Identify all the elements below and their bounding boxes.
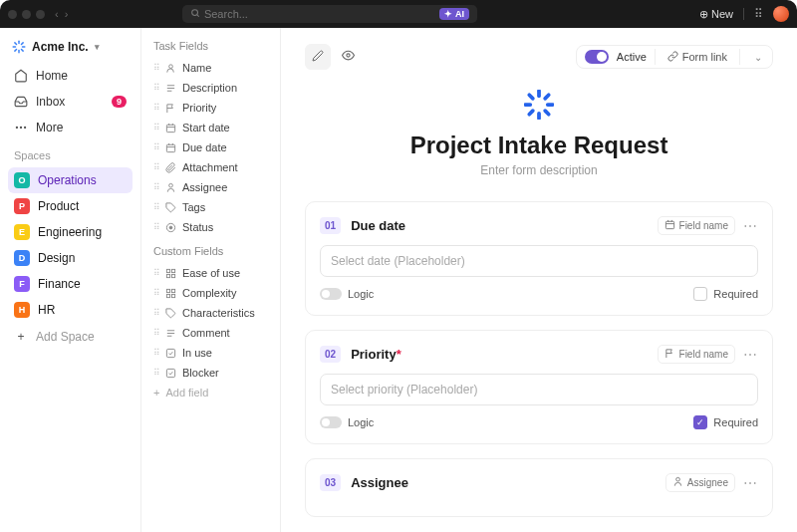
- required-checkbox[interactable]: [693, 287, 707, 301]
- space-product[interactable]: PProduct: [8, 193, 133, 219]
- question-card[interactable]: 02 Priority* Field name ⋯ Select priorit…: [305, 330, 773, 444]
- space-engineering[interactable]: EEngineering: [8, 219, 133, 245]
- logic-toggle[interactable]: [320, 416, 342, 428]
- field-attachment[interactable]: ⠿Attachment: [145, 157, 276, 177]
- add-space-button[interactable]: + Add Space: [8, 325, 133, 349]
- toolbar-dropdown[interactable]: ⌄: [748, 52, 768, 63]
- preview-mode-button[interactable]: [335, 44, 361, 70]
- field-name: In use: [182, 347, 212, 359]
- field-in-use[interactable]: ⠿In use: [145, 343, 276, 363]
- field-complexity[interactable]: ⠿Complexity: [145, 283, 276, 303]
- field-blocker[interactable]: ⠿Blocker: [145, 363, 276, 383]
- space-operations[interactable]: OOperations: [8, 167, 133, 193]
- field-ease-of-use[interactable]: ⠿Ease of use: [145, 263, 276, 283]
- drag-handle-icon[interactable]: ⠿: [153, 308, 158, 318]
- svg-rect-34: [171, 289, 174, 292]
- drag-handle-icon[interactable]: ⠿: [153, 123, 158, 133]
- question-card[interactable]: 01 Due date Field name ⋯ Select date (Pl…: [305, 201, 773, 316]
- drag-handle-icon[interactable]: ⠿: [153, 328, 158, 338]
- drag-handle-icon[interactable]: ⠿: [153, 348, 158, 358]
- drag-handle-icon[interactable]: ⠿: [153, 142, 158, 152]
- nav-arrows[interactable]: ‹›: [55, 8, 68, 20]
- field-tag[interactable]: Field name: [658, 345, 735, 364]
- form-link-button[interactable]: Form link: [664, 51, 731, 64]
- svg-line-47: [545, 111, 549, 115]
- question-more-button[interactable]: ⋯: [743, 347, 758, 363]
- drag-handle-icon[interactable]: ⠿: [153, 222, 158, 232]
- field-name[interactable]: ⠿Name: [145, 58, 276, 78]
- add-field-button[interactable]: + Add field: [145, 383, 276, 402]
- titlebar: ‹› Search... ✦AI ⊕New ⠿: [0, 0, 797, 28]
- field-start-date[interactable]: ⠿Start date: [145, 118, 276, 137]
- field-due-date[interactable]: ⠿Due date: [145, 137, 276, 157]
- space-name: Design: [38, 251, 75, 265]
- field-tag[interactable]: Assignee: [665, 473, 735, 492]
- field-assignee[interactable]: ⠿Assignee: [145, 177, 276, 197]
- active-label: Active: [617, 51, 647, 63]
- drag-handle-icon[interactable]: ⠿: [153, 63, 158, 73]
- drag-handle-icon[interactable]: ⠿: [153, 182, 158, 192]
- question-title[interactable]: Priority*: [351, 347, 401, 362]
- svg-point-28: [169, 226, 172, 229]
- apps-icon[interactable]: ⠿: [754, 7, 763, 21]
- drag-handle-icon[interactable]: ⠿: [153, 368, 158, 378]
- drag-handle-icon[interactable]: ⠿: [153, 162, 158, 172]
- space-name: Product: [38, 199, 79, 213]
- drag-handle-icon[interactable]: ⠿: [153, 268, 158, 278]
- field-name: Characteristics: [182, 307, 255, 319]
- cal-icon: [164, 141, 176, 153]
- space-icon: H: [14, 302, 30, 318]
- space-hr[interactable]: HHR: [8, 297, 133, 323]
- edit-mode-button[interactable]: [305, 44, 331, 70]
- drag-handle-icon[interactable]: ⠿: [153, 202, 158, 212]
- form-description[interactable]: Enter form description: [305, 163, 773, 177]
- nav-more[interactable]: More: [8, 116, 133, 139]
- attach-icon: [164, 161, 176, 173]
- svg-line-50: [529, 111, 533, 115]
- custom-fields-header: Custom Fields: [145, 243, 276, 263]
- question-title[interactable]: Due date: [351, 218, 405, 233]
- space-finance[interactable]: FFinance: [8, 271, 133, 297]
- field-priority[interactable]: ⠿Priority: [145, 98, 276, 118]
- question-more-button[interactable]: ⋯: [743, 475, 758, 491]
- user-avatar[interactable]: [773, 6, 789, 22]
- field-description[interactable]: ⠿Description: [145, 78, 276, 98]
- ai-badge[interactable]: ✦AI: [439, 8, 469, 20]
- field-comment[interactable]: ⠿Comment: [145, 323, 276, 343]
- space-icon: F: [14, 276, 30, 292]
- new-button[interactable]: ⊕New: [699, 8, 733, 21]
- required-checkbox[interactable]: ✓: [693, 415, 707, 429]
- workspace-switcher[interactable]: Acme Inc. ▾: [8, 38, 133, 56]
- question-input[interactable]: Select priority (Placeholder): [320, 374, 758, 405]
- plus-icon: ⊕: [699, 8, 708, 21]
- svg-point-0: [192, 10, 198, 16]
- window-controls[interactable]: [8, 10, 45, 19]
- field-status[interactable]: ⠿Status: [145, 217, 276, 237]
- nav-inbox[interactable]: Inbox 9: [8, 90, 133, 114]
- flag-icon: [664, 348, 675, 361]
- svg-point-56: [676, 477, 680, 481]
- logic-toggle[interactable]: [320, 288, 342, 300]
- nav-home[interactable]: Home: [8, 64, 133, 88]
- global-search[interactable]: Search... ✦AI: [182, 5, 477, 23]
- question-number: 03: [320, 474, 341, 491]
- question-title[interactable]: Assignee: [351, 475, 408, 490]
- drag-handle-icon[interactable]: ⠿: [153, 103, 158, 113]
- question-input[interactable]: Select date (Placeholder): [320, 245, 758, 277]
- active-toggle[interactable]: [585, 50, 609, 64]
- svg-rect-35: [171, 294, 174, 297]
- search-placeholder: Search...: [204, 8, 248, 20]
- forward-icon[interactable]: ›: [65, 8, 69, 20]
- space-design[interactable]: DDesign: [8, 245, 133, 271]
- drag-handle-icon[interactable]: ⠿: [153, 83, 158, 93]
- field-tag[interactable]: Field name: [658, 216, 735, 235]
- question-card[interactable]: 03 Assignee Assignee ⋯: [305, 458, 773, 517]
- field-tags[interactable]: ⠿Tags: [145, 197, 276, 217]
- space-icon: O: [14, 172, 30, 188]
- form-title[interactable]: Project Intake Request: [305, 132, 773, 159]
- logic-label: Logic: [348, 416, 374, 428]
- back-icon[interactable]: ‹: [55, 8, 59, 20]
- field-characteristics[interactable]: ⠿Characteristics: [145, 303, 276, 323]
- question-more-button[interactable]: ⋯: [743, 218, 758, 234]
- drag-handle-icon[interactable]: ⠿: [153, 288, 158, 298]
